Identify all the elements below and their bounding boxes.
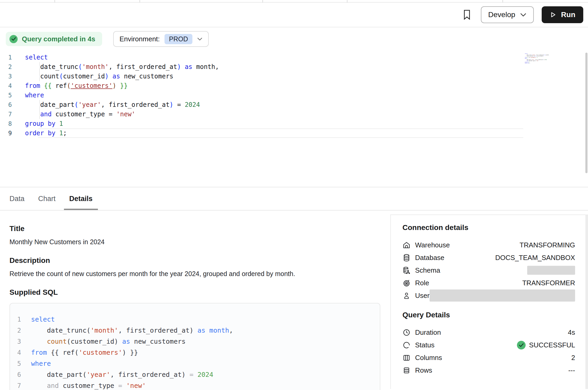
environment-label: Environment: [119, 35, 160, 43]
connection-row-schema: Schema [402, 264, 575, 277]
description-value: Retrieve the count of new customers per … [9, 270, 380, 278]
code-line-2[interactable]: 2 date_trunc('month', first_ordered_at) … [10, 325, 372, 336]
line-number: 8 [0, 119, 25, 128]
columns-label: Columns [415, 354, 442, 362]
line-number: 6 [10, 369, 31, 380]
user-label: User [415, 292, 430, 300]
code-line-9[interactable]: 9order by 1; [0, 128, 588, 138]
code-line-1[interactable]: 1select [10, 314, 372, 325]
schema-icon [402, 266, 412, 274]
user-redacted-value [430, 289, 575, 302]
tab-details-label: Details [69, 195, 93, 203]
code-line-7[interactable]: 7 and customer_type = 'new' [10, 380, 372, 390]
code-line-7[interactable]: 7 and customer_type = 'new' [0, 109, 588, 119]
title-heading: Title [9, 224, 380, 233]
tab-data-label: Data [9, 195, 24, 203]
status-badge: SUCCESSFUL [517, 341, 575, 349]
details-left-column: Title Monthly New Customers in 2024 Desc… [0, 214, 390, 389]
rows-label: Rows [415, 366, 432, 374]
code-line-8[interactable]: 8group by 1 [0, 119, 588, 128]
status-label: Status [415, 341, 435, 349]
code-line-4[interactable]: 4from {{ ref('customers') }} [10, 347, 372, 358]
code-line-4[interactable]: 4from {{ ref('customers') }} [0, 81, 588, 91]
success-check-icon [517, 341, 526, 349]
tab-divider [54, 0, 55, 3]
play-icon [550, 11, 556, 18]
warehouse-value: TRANSFORMING [520, 241, 575, 249]
code-line-6[interactable]: 6 date_part('year', first_ordered_at) = … [10, 369, 372, 380]
code-line-5[interactable]: 5where [0, 91, 588, 100]
connection-row-user: User [402, 289, 575, 302]
header-toolbar: Develop Run [0, 3, 588, 27]
editor-scrollbar[interactable] [585, 53, 587, 173]
bookmark-icon[interactable] [461, 9, 473, 21]
line-number: 3 [0, 72, 25, 81]
tab-chart[interactable]: Chart [33, 187, 61, 210]
connection-row-warehouse: Warehouse TRANSFORMING [402, 239, 575, 251]
schema-redacted-value [527, 266, 575, 275]
role-icon [402, 279, 412, 287]
check-circle-icon [9, 35, 18, 43]
tab-divider [262, 0, 263, 3]
columns-value: 2 [571, 354, 575, 362]
query-row-rows: Rows --- [402, 364, 575, 377]
editor-minimap-content: select date_trunc('month', first_ordered… [525, 53, 553, 64]
code-line-9: order by 1; [525, 63, 553, 64]
status-value: SUCCESSFUL [529, 341, 575, 349]
line-number: 3 [10, 336, 31, 347]
environment-selector[interactable]: Environment: PROD [113, 31, 209, 47]
line-number: 2 [0, 62, 25, 72]
develop-dropdown-button[interactable]: Develop [481, 6, 534, 23]
supplied-sql-block: 1select2 date_trunc('month', first_order… [9, 303, 380, 390]
environment-badge: PROD [165, 34, 192, 44]
line-number: 7 [0, 109, 25, 119]
run-button[interactable]: Run [542, 6, 583, 23]
database-label: Database [415, 254, 444, 262]
details-scrollbar[interactable] [585, 214, 588, 389]
sql-editor[interactable]: 1select2 date_trunc('month', first_order… [0, 51, 588, 187]
tab-chart-label: Chart [38, 195, 56, 203]
chevron-down-icon [520, 13, 526, 17]
sql-editor-code[interactable]: 1select2 date_trunc('month', first_order… [0, 53, 588, 138]
duration-icon [402, 328, 412, 337]
code-line-1[interactable]: 1select [0, 53, 588, 62]
line-number: 4 [10, 347, 31, 358]
query-details-rows: Duration 4s Status [402, 326, 575, 377]
connection-details-rows: Warehouse TRANSFORMING Database DOCS_TEA… [402, 239, 575, 302]
database-value: DOCS_TEAM_SANDBOX [495, 254, 575, 262]
details-panel: Title Monthly New Customers in 2024 Desc… [0, 214, 588, 389]
duration-label: Duration [415, 328, 441, 337]
connection-row-database: Database DOCS_TEAM_SANDBOX [402, 251, 575, 264]
rows-value: --- [568, 366, 575, 374]
tab-data[interactable]: Data [4, 187, 30, 210]
duration-value: 4s [568, 328, 575, 337]
develop-button-label: Develop [488, 11, 515, 19]
connection-details-heading: Connection details [402, 223, 575, 232]
line-number: 1 [0, 53, 25, 62]
code-line-3[interactable]: 3 count(customer_id) as new_customers [10, 336, 372, 347]
database-icon [402, 254, 412, 262]
query-status-text: Query completed in 4s [22, 35, 95, 43]
role-value: TRANSFORMER [522, 279, 575, 287]
query-status-row: Query completed in 4s Environment: PROD [0, 27, 588, 51]
query-row-status: Status SUCCESSFUL [402, 339, 575, 351]
editor-minimap[interactable]: select date_trunc('month', first_ordered… [525, 53, 553, 67]
code-line-2[interactable]: 2 date_trunc('month', first_ordered_at) … [0, 62, 588, 72]
code-line-6[interactable]: 6 date_part('year', first_ordered_at) = … [0, 100, 588, 109]
window-tab-strip [0, 0, 588, 3]
query-status-pill: Query completed in 4s [6, 32, 102, 46]
line-number: 5 [10, 358, 31, 369]
chevron-down-icon [197, 37, 202, 41]
line-number: 1 [10, 314, 31, 325]
code-line-5[interactable]: 5where [10, 358, 372, 369]
line-number: 7 [10, 380, 31, 390]
code-line-3[interactable]: 3 count(customer_id) as new_customers [0, 72, 588, 81]
results-tabbar: Data Chart Details [0, 187, 588, 211]
query-row-duration: Duration 4s [402, 326, 575, 339]
tab-details[interactable]: Details [64, 187, 98, 210]
run-button-label: Run [561, 11, 575, 19]
line-number: 4 [0, 81, 25, 91]
user-icon [402, 292, 412, 300]
role-label: Role [415, 279, 429, 287]
tab-divider [139, 0, 140, 3]
